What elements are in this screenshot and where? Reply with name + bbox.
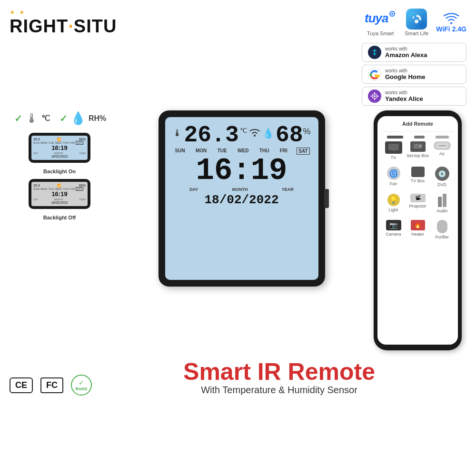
- dvd-label: DVD: [437, 182, 446, 187]
- main-device-screen: 🌡 26.3 ℃: [165, 117, 318, 280]
- light-label: Light: [389, 208, 398, 212]
- temp-section: 🌡 26.3 ℃: [173, 124, 248, 147]
- phone-item-projector[interactable]: 📽 Projector: [407, 194, 429, 208]
- phone-separator-row: [381, 136, 454, 139]
- projector-label: Projector: [409, 204, 426, 208]
- temperature-feature: ✓ 🌡 ℃: [14, 110, 50, 126]
- humidity-check-icon: ✓: [60, 113, 68, 124]
- screen-date: 18/02/2022: [173, 193, 311, 207]
- rh-label: RH%: [89, 114, 106, 123]
- thumb-off-wifi: 📶: [57, 184, 61, 188]
- phone-item-tvbox[interactable]: TV Box: [407, 167, 429, 183]
- bottom-row: CE FC ✓ RoHS Smart IR Remote With Temper…: [10, 360, 466, 396]
- date-labels: DAY MONTH YEAR: [173, 187, 311, 192]
- purifier-label: Purifier: [435, 235, 449, 239]
- label-month: MONTH: [232, 187, 248, 192]
- wifi-label: WiFi 2.4G: [436, 25, 466, 33]
- phone-item-light[interactable]: 💡 Light: [382, 194, 405, 212]
- audio-label: Audio: [436, 208, 447, 213]
- svg-point-14: [419, 145, 421, 147]
- phone-item-stb[interactable]: Set-top Box: [407, 141, 429, 158]
- smart-life-icon: [406, 9, 427, 30]
- label-day: DAY: [189, 187, 198, 192]
- air-icon: [434, 141, 451, 150]
- yandex-prefix: works with: [385, 90, 423, 95]
- product-title-area: Smart IR Remote With Temperature & Humid…: [92, 360, 466, 396]
- google-prefix: works with: [385, 68, 426, 73]
- phone-item-dvd[interactable]: 💿 DVD: [431, 167, 454, 187]
- fc-badge: FC: [40, 377, 63, 393]
- phone-item-camera[interactable]: 📷 Camera: [382, 220, 405, 237]
- logo-text: RIGHT·SITU: [10, 17, 117, 35]
- phone-divider: [381, 131, 454, 132]
- logo-stars: ✦ ✦: [10, 9, 26, 16]
- svg-point-9: [374, 95, 376, 97]
- label-year: YEAR: [282, 187, 294, 192]
- thumb-off-time: 16:19: [33, 190, 86, 198]
- ce-label: CE: [15, 380, 27, 390]
- screen-time: 16:19: [173, 156, 311, 186]
- device-button[interactable]: [324, 189, 329, 208]
- fan-label: Fan: [390, 181, 397, 186]
- phone-item-tv[interactable]: TV: [382, 141, 405, 160]
- dvd-icon: 💿: [435, 167, 449, 181]
- audio-icon: [438, 194, 446, 207]
- drop-screen-icon: 💧: [262, 128, 274, 139]
- camera-icon: 📷: [386, 220, 401, 230]
- humidity-display: 68 %: [276, 124, 311, 147]
- works-with-badges: works with Amazon Alexa works with Goog: [362, 43, 466, 106]
- svg-point-5: [450, 22, 452, 24]
- phone-item-air[interactable]: Air: [431, 141, 454, 156]
- main-humidity-value: 68: [276, 124, 303, 147]
- rohs-label: RoHS: [76, 387, 88, 391]
- phone-item-purifier[interactable]: Purifier: [431, 220, 454, 239]
- alexa-name: Amazon Alexa: [385, 51, 427, 59]
- wifi-icon: [443, 12, 460, 25]
- day-sat: SAT: [297, 148, 309, 155]
- thermometer-screen-icon: 🌡: [173, 128, 182, 139]
- yandex-badge-text: works with Yandex Alice: [385, 90, 423, 102]
- thumb-off-date: 18/02/2022: [33, 201, 86, 204]
- fc-label: FC: [46, 380, 58, 390]
- tvbox-icon: [411, 167, 425, 177]
- phone-header: Add Remote: [381, 121, 454, 127]
- tv-icon: [385, 141, 402, 154]
- temp-unit: ℃: [240, 127, 248, 134]
- header: ✦ ✦ RIGHT·SITU tuya Tuya Smart: [0, 0, 476, 106]
- phone-shape-stb: [414, 136, 425, 139]
- main-temp-value: 26.3: [184, 124, 239, 147]
- celsius-label: ℃: [41, 114, 50, 123]
- phone-screen: Add Remote TV: [377, 116, 458, 345]
- backlight-on-section: 26.3 📶 68% SUN MON TUE WED THU FRI SAT 1…: [10, 133, 109, 179]
- brand-logo: ✦ ✦ RIGHT·SITU: [10, 9, 117, 35]
- svg-rect-3: [409, 12, 424, 26]
- backlight-on-screen: 26.3 📶 68% SUN MON TUE WED THU FRI SAT 1…: [31, 136, 88, 160]
- svg-text:tuya: tuya: [365, 11, 388, 25]
- day-sun: SUN: [174, 148, 187, 155]
- phone-item-fan[interactable]: 🌀 Fan: [382, 167, 405, 186]
- temp-display: 26.3 ℃: [184, 124, 248, 147]
- svg-rect-12: [392, 150, 395, 151]
- partner-logos-row: tuya Tuya Smart: [364, 9, 466, 36]
- wifi-screen-icon: [248, 127, 261, 139]
- stb-icon: [410, 141, 426, 152]
- thumb-on-wifi: 📶: [57, 138, 61, 141]
- phone-item-audio[interactable]: Audio: [431, 194, 454, 213]
- phone-shape-air: [436, 136, 449, 139]
- tvbox-label: TV Box: [411, 178, 425, 183]
- phone-icon-grid: TV Set-top Box Air: [381, 141, 454, 239]
- tuya-badge: tuya Tuya Smart: [364, 9, 397, 36]
- camera-label: Camera: [386, 232, 401, 237]
- ce-badge: CE: [10, 377, 33, 393]
- alexa-prefix: works with: [385, 46, 427, 51]
- smart-life-sub-label: Smart Life: [405, 30, 428, 36]
- alexa-icon: [368, 46, 381, 59]
- main-device: 🌡 26.3 ℃: [159, 110, 325, 287]
- phone-item-heater[interactable]: 🔥 Heater: [407, 220, 429, 237]
- svg-point-10: [254, 135, 256, 137]
- rohs-check-icon: ✓: [79, 379, 84, 387]
- yandex-name: Yandex Alice: [385, 95, 423, 102]
- svg-rect-11: [388, 144, 399, 150]
- backlight-off-label: Backlight Off: [43, 215, 76, 220]
- purifier-icon: [437, 220, 447, 233]
